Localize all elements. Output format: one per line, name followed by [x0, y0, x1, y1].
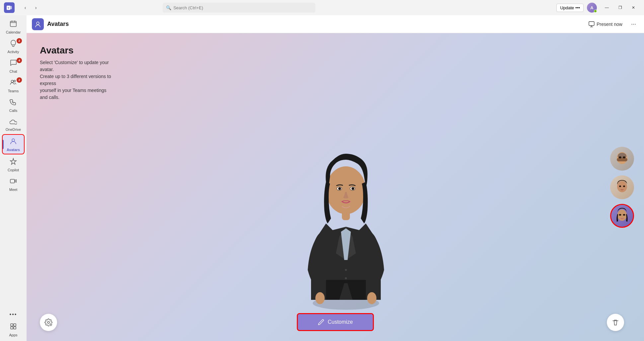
calendar-icon	[10, 20, 17, 29]
svg-rect-11	[14, 324, 16, 326]
chat-label: Chat	[9, 69, 17, 73]
sidebar-item-more[interactable]: •••	[2, 309, 25, 319]
close-button[interactable]: ✕	[627, 3, 640, 13]
svg-point-40	[623, 214, 625, 215]
svg-point-17	[315, 292, 325, 304]
copilot-label: Copilot	[8, 168, 19, 172]
app-header-left: Avatars	[32, 18, 69, 30]
teams-logo: T	[4, 2, 15, 13]
svg-text:T: T	[8, 7, 9, 10]
svg-point-26	[352, 187, 354, 190]
svg-point-36	[619, 185, 621, 187]
calendar-label: Calendar	[6, 30, 21, 34]
activity-badge: 2	[17, 38, 22, 43]
delete-button[interactable]	[607, 314, 624, 331]
svg-point-20	[326, 166, 366, 214]
search-icon: 🔍	[166, 5, 171, 10]
forward-button[interactable]: ›	[31, 3, 40, 12]
avatar-thumb-3[interactable]	[610, 204, 634, 228]
svg-point-34	[623, 156, 625, 158]
svg-point-6	[11, 80, 14, 83]
svg-point-8	[12, 139, 15, 141]
customize-button[interactable]: Customize	[297, 313, 374, 331]
svg-rect-12	[11, 327, 13, 329]
apps-icon	[10, 323, 17, 332]
search-bar[interactable]: 🔍 Search (Ctrl+E)	[163, 3, 315, 13]
activity-icon	[10, 40, 17, 49]
app-icon-box	[32, 18, 44, 30]
app-header: Avatars Present now ···	[27, 15, 644, 33]
content-area: Avatars Present now ··· Avatars Select '…	[27, 15, 644, 341]
sidebar-item-apps[interactable]: Apps	[2, 320, 25, 339]
avatars-label: Avatars	[7, 148, 20, 152]
sidebar-item-chat[interactable]: 4 Chat	[2, 56, 25, 75]
customize-button-wrap: Customize	[297, 313, 374, 331]
avatar-3d-figure	[293, 121, 399, 311]
svg-point-39	[619, 214, 621, 215]
calls-icon	[10, 98, 17, 108]
meet-label: Meet	[9, 188, 17, 192]
sidebar-item-activity[interactable]: 2 Activity	[2, 37, 25, 56]
more-icon: •••	[10, 311, 17, 317]
svg-point-28	[345, 277, 347, 279]
sidebar-item-onedrive[interactable]: OneDrive	[2, 115, 25, 133]
activity-label: Activity	[8, 50, 19, 54]
avatar-description: Select 'Customize' to update your avatar…	[40, 59, 113, 101]
settings-button[interactable]: ⚙	[40, 314, 57, 331]
sidebar: Calendar 2 Activity 4 Chat 2 Teams	[0, 15, 27, 341]
present-label: Present now	[597, 22, 622, 27]
svg-point-7	[14, 80, 16, 82]
avatar-heading: Avatars	[40, 45, 113, 56]
avatar-info: Avatars Select 'Customize' to update you…	[40, 45, 113, 101]
svg-text:⚙: ⚙	[49, 323, 52, 326]
avatars-icon	[10, 137, 17, 147]
nav-arrows: ‹ ›	[21, 3, 40, 12]
calls-label: Calls	[9, 109, 17, 113]
avatar-thumb-1[interactable]	[610, 147, 634, 171]
svg-rect-9	[10, 179, 15, 183]
meet-icon	[10, 177, 17, 187]
title-bar-right: Update ••• A — ❐ ✕	[556, 3, 640, 13]
online-status-dot	[594, 10, 597, 13]
maximize-button[interactable]: ❐	[613, 3, 627, 13]
onedrive-icon	[10, 118, 17, 127]
active-indicator	[3, 140, 4, 149]
avatar-thumb-2[interactable]	[610, 175, 634, 199]
svg-point-14	[37, 22, 39, 25]
avatar-main-area: Avatars Select 'Customize' to update you…	[27, 33, 644, 341]
app-header-right: Present now ···	[585, 19, 639, 29]
teams-icon	[10, 79, 17, 88]
sidebar-item-copilot[interactable]: Copilot	[2, 155, 25, 174]
search-placeholder: Search (Ctrl+E)	[173, 5, 203, 10]
svg-rect-15	[589, 22, 594, 26]
update-button[interactable]: Update •••	[556, 4, 584, 12]
title-bar: T ‹ › 🔍 Search (Ctrl+E) Update ••• A — ❐…	[0, 0, 644, 15]
window-controls: — ❐ ✕	[600, 3, 640, 13]
teams-badge: 2	[17, 77, 22, 83]
main-layout: Calendar 2 Activity 4 Chat 2 Teams	[0, 15, 644, 341]
chat-icon	[10, 59, 17, 68]
svg-rect-10	[11, 324, 13, 326]
svg-rect-2	[10, 21, 16, 27]
svg-point-25	[338, 187, 341, 190]
sidebar-item-calendar[interactable]: Calendar	[2, 17, 25, 36]
svg-rect-13	[14, 327, 16, 329]
avatar-selector	[610, 147, 634, 228]
update-dots: •••	[575, 5, 580, 10]
svg-point-37	[623, 185, 625, 187]
update-label: Update	[560, 5, 574, 10]
minimize-button[interactable]: —	[600, 3, 613, 13]
svg-point-27	[345, 269, 347, 271]
apps-label: Apps	[9, 333, 17, 337]
user-avatar[interactable]: A	[587, 3, 597, 13]
app-more-button[interactable]: ···	[628, 19, 639, 29]
back-button[interactable]: ‹	[21, 3, 30, 12]
app-title: Avatars	[47, 21, 69, 28]
sidebar-item-teams[interactable]: 2 Teams	[2, 76, 25, 95]
present-now-button[interactable]: Present now	[585, 19, 626, 29]
copilot-icon	[10, 158, 17, 167]
sidebar-item-avatars[interactable]: Avatars	[2, 134, 25, 154]
sidebar-item-meet[interactable]: Meet	[2, 175, 25, 194]
sidebar-item-calls[interactable]: Calls	[2, 96, 25, 115]
onedrive-label: OneDrive	[6, 128, 21, 131]
